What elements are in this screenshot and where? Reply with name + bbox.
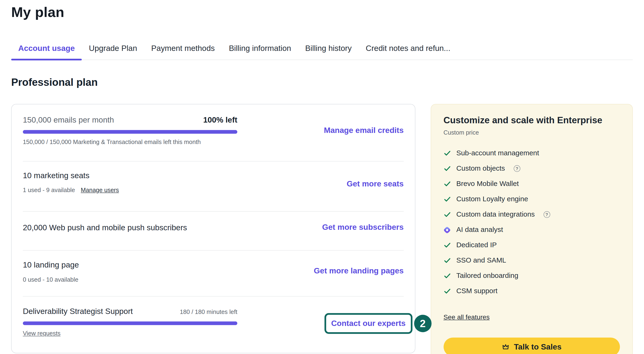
talk-to-sales-label: Talk to Sales [514,342,562,352]
help-icon[interactable]: ? [514,165,520,172]
contact-our-experts-button[interactable]: Contact our experts [324,313,412,334]
feature-label: Custom objects [456,163,505,174]
feature-custom-data-integrations: Custom data integrations ? [444,209,620,220]
deliverability-progress-fill [23,322,238,325]
feature-label: AI data analyst [456,224,503,236]
crown-icon [502,343,510,351]
feature-tailored-onboarding: Tailored onboarding [444,270,620,282]
manage-users-link[interactable]: Manage users [81,187,119,193]
seats-quota-label: 10 marketing seats [23,171,404,180]
check-icon [444,150,451,157]
contact-experts-annotated: Contact our experts 2 [324,313,412,334]
deliverability-progress-bar [23,322,238,325]
manage-email-credits-link[interactable]: Manage email credits [324,126,404,135]
emails-quota-label: 150,000 emails per month [23,115,114,124]
feature-sub-account-management: Sub-account management [444,147,620,159]
feature-brevo-mobile-wallet: Brevo Mobile Wallet [444,178,620,190]
feature-custom-loyalty-engine: Custom Loyalty engine [444,193,620,205]
ai-diamond-icon [444,226,451,234]
check-icon [444,195,451,203]
check-icon [444,180,451,187]
landing-usage-text: 0 used - 10 available [23,276,78,283]
enterprise-upsell-card: Customize and scale with Enterprise Cust… [430,104,633,354]
check-icon [444,288,451,295]
check-icon [444,211,451,218]
emails-remaining-label: 100% left [203,116,238,125]
feature-label: Custom data integrations [456,209,535,220]
feature-label: CSM support [456,285,498,297]
minutes-remaining-label: 180 / 180 minutes left [180,309,238,315]
seats-usage-text: 1 used - 9 available [23,187,75,193]
annotation-step-badge: 2 [414,315,432,332]
feature-dedicated-ip: Dedicated IP [444,239,620,251]
view-requests-link[interactable]: View requests [23,330,61,337]
usage-card: 150,000 emails per month 100% left 150,0… [11,104,415,353]
usage-row-deliverability: Deliverability Strategist Support 180 / … [12,297,415,353]
my-plan-page: My plan Account usage Upgrade Plan Payme… [0,3,644,354]
usage-row-emails: 150,000 emails per month 100% left 150,0… [12,104,415,161]
tab-upgrade-plan[interactable]: Upgrade Plan [82,39,144,60]
emails-progress-fill [23,130,238,134]
feature-custom-objects: Custom objects ? [444,163,620,174]
enterprise-title: Customize and scale with Enterprise [444,114,620,127]
see-all-features-link[interactable]: See all features [444,314,490,321]
feature-label: Brevo Mobile Wallet [456,178,519,190]
emails-progress-bar [23,130,238,134]
tab-bar: Account usage Upgrade Plan Payment metho… [11,39,633,60]
check-icon [444,257,451,264]
feature-label: Custom Loyalty engine [456,193,528,205]
help-icon[interactable]: ? [544,211,550,218]
feature-sso-saml: SSO and SAML [444,255,620,266]
feature-label: Dedicated IP [456,239,497,251]
feature-csm-support: CSM support [444,285,620,297]
usage-row-push-subscribers: 20,000 Web push and mobile push subscrib… [12,212,415,250]
talk-to-sales-button[interactable]: Talk to Sales [444,338,620,354]
get-more-landing-pages-link[interactable]: Get more landing pages [314,266,404,276]
enterprise-price: Custom price [444,129,620,137]
enterprise-feature-list: Sub-account management Custom objects ? … [444,147,620,297]
feature-label: Tailored onboarding [456,270,518,282]
feature-label: Sub-account management [456,147,539,159]
usage-row-seats: 10 marketing seats 1 used - 9 available … [12,162,415,211]
emails-subtext: 150,000 / 150,000 Marketing & Transactio… [23,138,404,146]
get-more-seats-link[interactable]: Get more seats [346,179,404,188]
tab-account-usage[interactable]: Account usage [11,39,82,60]
feature-label: SSO and SAML [456,255,506,266]
check-icon [444,272,451,280]
deliverability-label: Deliverability Strategist Support [23,306,133,316]
content-area: 150,000 emails per month 100% left 150,0… [11,104,633,354]
check-icon [444,241,451,249]
check-icon [444,165,451,172]
feature-ai-data-analyst: AI data analyst [444,224,620,236]
page-title: My plan [11,3,633,21]
tab-billing-history[interactable]: Billing history [298,39,359,60]
usage-row-landing-pages: 10 landing page 0 used - 10 available Ge… [12,251,415,296]
plan-heading: Professional plan [11,75,633,89]
tab-billing-information[interactable]: Billing information [222,39,298,60]
tab-credit-notes[interactable]: Credit notes and refun... [358,39,457,60]
get-more-subscribers-link[interactable]: Get more subscribers [322,223,404,232]
tab-payment-methods[interactable]: Payment methods [144,39,222,60]
